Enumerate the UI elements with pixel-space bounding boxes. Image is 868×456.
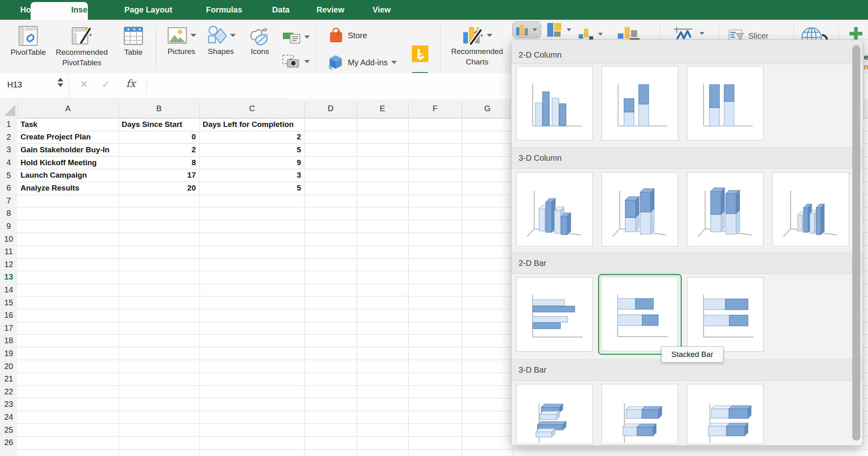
row-header-16[interactable]: 16 [0,309,17,322]
store-button[interactable]: Store [328,27,367,44]
name-box-stepper[interactable] [58,78,63,87]
table-button[interactable]: Table [121,25,146,58]
chart-type-card[interactable] [687,384,764,444]
row-header-11[interactable]: 11 [0,245,17,258]
row-header-2[interactable]: 2 [0,131,17,144]
cell-B5[interactable]: 17 [118,169,196,182]
tab-review[interactable]: Review [311,0,350,20]
cancel-icon[interactable]: ✕ [80,79,88,90]
column-header-A[interactable]: A [65,99,71,118]
cell-A6[interactable]: Analyze Results [21,182,79,195]
my-addins-dropdown-arrow[interactable] [391,61,397,64]
cell-C6[interactable]: 5 [199,182,301,195]
chart-type-card[interactable] [516,277,593,352]
row-header-10[interactable]: 10 [0,232,17,245]
smartart-button[interactable] [282,30,310,44]
chart-type-card[interactable] [601,277,678,351]
chart-type-card[interactable] [687,277,764,352]
shapes-dropdown-arrow[interactable] [230,34,236,37]
column-header-B[interactable]: B [156,99,162,118]
pictures-button[interactable]: Pictures [165,25,197,57]
cell-A5[interactable]: Launch Campaign [21,169,87,182]
cell-B6[interactable]: 20 [118,182,196,195]
cell-C5[interactable]: 3 [199,169,301,182]
cell-header-C1[interactable]: Days Left for Completion [203,118,294,131]
pictures-dropdown-arrow[interactable] [191,34,196,37]
select-all-corner[interactable] [4,105,15,116]
tab-page-layout[interactable]: Page Layout [119,0,178,20]
icons-button[interactable]: Icons [247,25,273,57]
row-header-21[interactable]: 21 [0,373,17,386]
cell-header-A1[interactable]: Task [21,118,37,131]
chart-type-card[interactable] [772,172,849,247]
cell-B4[interactable]: 8 [118,156,196,169]
row-header-26[interactable]: 26 [0,436,17,449]
cell-C4[interactable]: 9 [199,156,301,169]
insert-sparkline-button[interactable] [674,27,705,40]
row-header-23[interactable]: 23 [0,398,17,411]
cell-A2[interactable]: Create Project Plan [21,131,91,144]
recommended-pivottables-button[interactable]: Recommended PivotTables [48,25,116,68]
cell-C3[interactable]: 5 [199,143,301,156]
insert-hierarchy-chart-button[interactable] [547,23,572,37]
row-header-14[interactable]: 14 [0,284,17,296]
row-header-17[interactable]: 17 [0,322,17,335]
name-box[interactable]: H13 [7,80,22,89]
row-header-4[interactable]: 4 [0,156,17,169]
cell-C2[interactable]: 2 [199,131,301,144]
menu-scrollbar-thumb[interactable] [852,45,860,441]
bing-maps-button[interactable] [412,46,428,64]
row-header-3[interactable]: 3 [0,143,17,156]
row-header-15[interactable]: 15 [0,296,17,309]
recommended-charts-dropdown-arrow[interactable] [487,34,492,37]
tab-data[interactable]: Data [266,0,295,20]
insert-column-chart-button[interactable] [512,21,541,38]
row-header-20[interactable]: 20 [0,360,17,373]
row-header-27[interactable] [0,449,17,456]
recommended-charts-button[interactable]: Recommended Charts [445,25,509,67]
column-chart-dropdown-arrow[interactable] [532,29,537,31]
insert-waterfall-chart-button[interactable] [579,29,603,40]
row-header-5[interactable]: 5 [0,169,17,182]
cell-B2[interactable]: 0 [118,131,196,144]
chart-type-card[interactable] [602,66,678,141]
chart-type-option-selected[interactable] [598,274,682,355]
column-header-E[interactable]: E [380,99,385,118]
cell-A3[interactable]: Gain Stakeholder Buy-In [21,143,110,156]
insert-function-button[interactable]: fx [126,78,135,89]
my-addins-button[interactable]: My Add-ins [327,54,397,71]
chart-type-card[interactable] [516,384,593,444]
row-header-13[interactable]: 13 [0,271,17,284]
row-header-9[interactable]: 9 [0,220,17,233]
row-header-22[interactable]: 22 [0,386,17,398]
stepper-up-icon[interactable] [58,78,63,81]
tab-formulas[interactable]: Formulas [200,0,248,20]
row-header-12[interactable]: 12 [0,258,17,271]
column-header-G[interactable]: G [484,99,491,118]
tab-view[interactable]: View [367,0,396,20]
pivottable-button[interactable]: PivotTable [9,25,48,58]
smartart-dropdown-arrow[interactable] [304,35,310,39]
cell-A4[interactable]: Hold Kickoff Meeting [21,156,97,169]
column-header-D[interactable]: D [328,99,333,118]
row-header-25[interactable]: 25 [0,423,17,436]
enter-check-icon[interactable]: ✓ [102,79,110,90]
hierarchy-chart-dropdown-arrow[interactable] [567,29,571,31]
stepper-down-icon[interactable] [58,83,63,87]
chart-type-card[interactable] [687,172,764,247]
insert-combo-chart-button[interactable] [618,26,640,40]
chart-type-card[interactable] [516,66,593,141]
row-header-1[interactable]: 1 [0,118,17,131]
shapes-button[interactable]: Shapes [205,25,237,57]
chart-type-card[interactable] [516,172,593,247]
row-header-6[interactable]: 6 [0,182,17,195]
tab-insert[interactable]: Insert [66,0,99,20]
screenshot-button[interactable] [282,54,310,69]
chart-type-card[interactable] [687,66,764,141]
column-header-F[interactable]: F [432,99,437,118]
column-header-C[interactable]: C [249,99,255,118]
chart-type-card[interactable] [602,172,678,247]
cell-B3[interactable]: 2 [118,143,196,156]
row-header-24[interactable]: 24 [0,411,17,424]
cell-header-B1[interactable]: Days Since Start [122,118,182,131]
